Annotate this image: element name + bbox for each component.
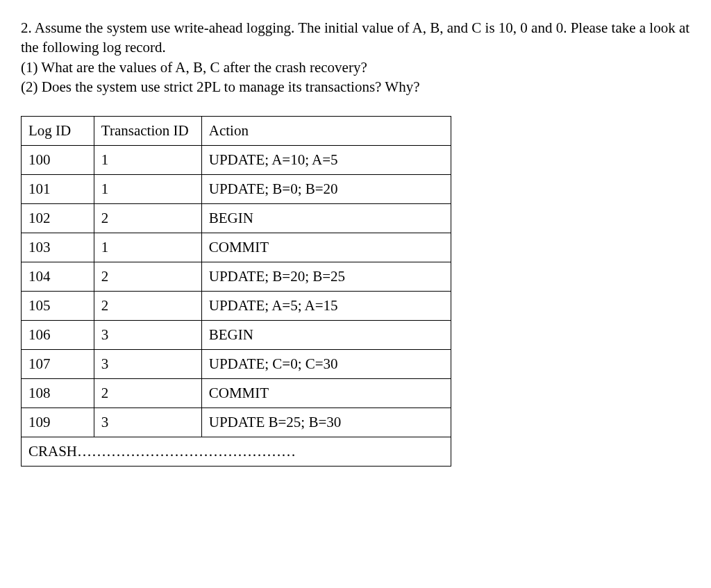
table-row: 104 2 UPDATE; B=20; B=25 xyxy=(22,262,451,292)
table-row: 109 3 UPDATE B=25; B=30 xyxy=(22,408,451,437)
cell-transaction-id: 1 xyxy=(94,146,201,175)
question-part1: (1) What are the values of A, B, C after… xyxy=(21,58,690,77)
table-header-row: Log ID Transaction ID Action xyxy=(22,117,451,146)
question-text: 2. Assume the system use write-ahead log… xyxy=(21,18,690,96)
cell-log-id: 107 xyxy=(22,350,94,379)
cell-action: UPDATE; A=5; A=15 xyxy=(201,292,451,321)
cell-transaction-id: 2 xyxy=(94,292,201,321)
cell-log-id: 108 xyxy=(22,379,94,408)
log-table: Log ID Transaction ID Action 100 1 UPDAT… xyxy=(21,116,451,467)
cell-transaction-id: 1 xyxy=(94,233,201,262)
question-part2: (2) Does the system use strict 2PL to ma… xyxy=(21,77,690,96)
cell-action: UPDATE B=25; B=30 xyxy=(201,408,451,437)
table-row: 101 1 UPDATE; B=0; B=20 xyxy=(22,175,451,204)
crash-row: CRASH……………………………………… xyxy=(22,437,451,467)
cell-log-id: 109 xyxy=(22,408,94,437)
cell-log-id: 105 xyxy=(22,292,94,321)
cell-action: COMMIT xyxy=(201,379,451,408)
table-row: 108 2 COMMIT xyxy=(22,379,451,408)
table-row: 100 1 UPDATE; A=10; A=5 xyxy=(22,146,451,175)
table-row: 106 3 BEGIN xyxy=(22,321,451,350)
table-row: 102 2 BEGIN xyxy=(22,204,451,233)
cell-action: UPDATE; C=0; C=30 xyxy=(201,350,451,379)
table-row: 107 3 UPDATE; C=0; C=30 xyxy=(22,350,451,379)
cell-transaction-id: 3 xyxy=(94,321,201,350)
cell-transaction-id: 3 xyxy=(94,350,201,379)
cell-action: UPDATE; A=10; A=5 xyxy=(201,146,451,175)
cell-log-id: 101 xyxy=(22,175,94,204)
cell-transaction-id: 2 xyxy=(94,379,201,408)
question-intro: 2. Assume the system use write-ahead log… xyxy=(21,18,690,58)
cell-transaction-id: 2 xyxy=(94,204,201,233)
header-log-id: Log ID xyxy=(22,117,94,146)
table-row: 105 2 UPDATE; A=5; A=15 xyxy=(22,292,451,321)
table-row: 103 1 COMMIT xyxy=(22,233,451,262)
cell-log-id: 103 xyxy=(22,233,94,262)
cell-log-id: 100 xyxy=(22,146,94,175)
cell-action: BEGIN xyxy=(201,204,451,233)
cell-transaction-id: 3 xyxy=(94,408,201,437)
cell-action: UPDATE; B=20; B=25 xyxy=(201,262,451,292)
cell-action: BEGIN xyxy=(201,321,451,350)
cell-log-id: 106 xyxy=(22,321,94,350)
cell-action: COMMIT xyxy=(201,233,451,262)
crash-cell: CRASH……………………………………… xyxy=(22,437,451,467)
cell-log-id: 102 xyxy=(22,204,94,233)
table-body: 100 1 UPDATE; A=10; A=5 101 1 UPDATE; B=… xyxy=(22,146,451,467)
cell-action: UPDATE; B=0; B=20 xyxy=(201,175,451,204)
cell-log-id: 104 xyxy=(22,262,94,292)
header-transaction-id: Transaction ID xyxy=(94,117,201,146)
header-action: Action xyxy=(201,117,451,146)
cell-transaction-id: 2 xyxy=(94,262,201,292)
cell-transaction-id: 1 xyxy=(94,175,201,204)
